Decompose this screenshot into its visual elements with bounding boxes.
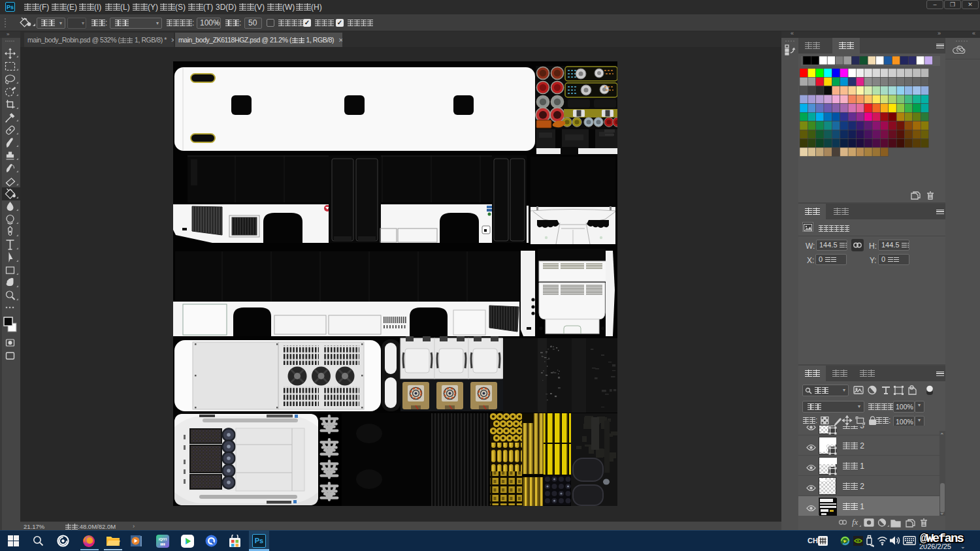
svg-text:▮▮▮: ▮▮▮ <box>160 543 165 546</box>
svg-text:fx: fx <box>852 517 858 527</box>
svg-text:iQIYI: iQIYI <box>159 537 167 541</box>
